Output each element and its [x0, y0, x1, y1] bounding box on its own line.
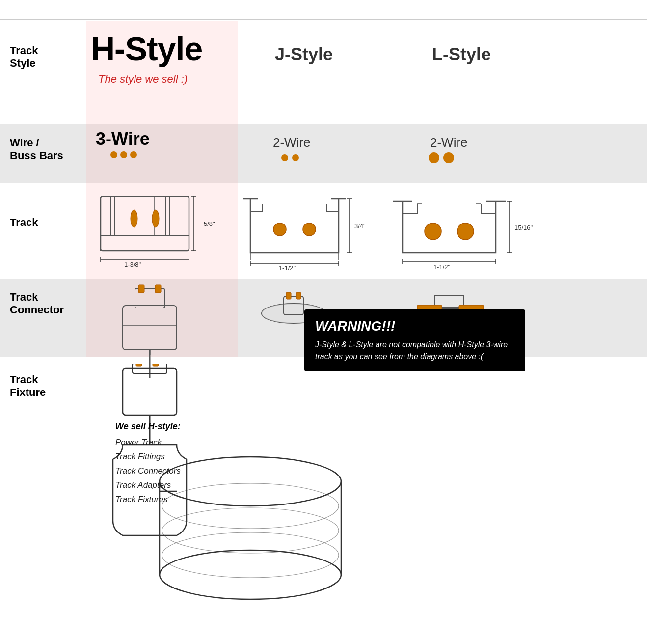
- svg-point-80: [162, 508, 339, 553]
- svg-point-6: [131, 210, 137, 227]
- warning-box: WARNING!!! J-Style & L-Style are not com…: [304, 309, 525, 371]
- svg-rect-72: [136, 364, 142, 366]
- h-style-subtitle: The style we sell :): [98, 73, 188, 85]
- j-dot-1: [281, 154, 288, 161]
- svg-text:1-1/2": 1-1/2": [433, 263, 451, 270]
- h-wire-label: 3-Wire: [96, 129, 150, 149]
- svg-text:3/4": 3/4": [354, 223, 366, 230]
- svg-rect-3: [101, 236, 189, 251]
- h-dot-1: [110, 151, 117, 158]
- l-wire-dots: [429, 152, 454, 163]
- page-container: TrackStyle Wire /Buss Bars Track TrackCo…: [0, 0, 647, 644]
- svg-point-7: [152, 210, 159, 227]
- label-track-fixture: TrackFixture: [10, 373, 46, 399]
- svg-rect-70: [123, 368, 177, 415]
- svg-rect-73: [153, 364, 159, 366]
- h-dot-2: [120, 151, 127, 158]
- h-style-title: H-Style: [91, 29, 202, 68]
- l-wire-label: 2-Wire: [430, 135, 468, 150]
- svg-rect-54: [138, 285, 144, 293]
- svg-rect-1: [110, 196, 114, 236]
- label-wire-buss: Wire /Buss Bars: [10, 137, 63, 163]
- label-track-style: TrackStyle: [10, 44, 38, 70]
- l-dot-1: [429, 152, 439, 163]
- sell-list: We sell H-style: Power Track Track Fitti…: [115, 421, 181, 506]
- j-wire-label: 2-Wire: [273, 135, 311, 150]
- svg-rect-2: [165, 196, 169, 236]
- label-track-connector: TrackConnector: [10, 291, 64, 317]
- h-track-diagram: 1-3/8" 5/8": [91, 187, 218, 270]
- svg-text:1-1/2": 1-1/2": [279, 264, 296, 270]
- h-connector-diagram: [103, 281, 201, 357]
- svg-rect-52: [123, 306, 177, 350]
- svg-point-42: [425, 223, 441, 240]
- svg-text:1-3/8": 1-3/8": [124, 261, 141, 268]
- l-style-title: L-Style: [432, 44, 491, 65]
- sell-list-item-5: Track Fixtures: [115, 493, 181, 507]
- sell-list-item-3: Track Connectors: [115, 464, 181, 478]
- svg-rect-64: [286, 292, 291, 299]
- svg-point-78: [160, 550, 341, 599]
- svg-rect-55: [155, 285, 161, 293]
- sell-list-item-4: Track Adapters: [115, 478, 181, 493]
- l-dot-2: [443, 152, 454, 163]
- svg-text:15/16": 15/16": [514, 224, 533, 231]
- svg-point-23: [303, 223, 316, 236]
- sell-list-title: We sell H-style:: [115, 421, 181, 432]
- j-wire-dots: [281, 154, 299, 161]
- warning-title: WARNING!!!: [315, 318, 514, 334]
- label-track: Track: [10, 216, 38, 229]
- svg-point-43: [457, 223, 474, 240]
- top-divider: [0, 19, 647, 20]
- h-dot-3: [130, 151, 137, 158]
- j-style-title: J-Style: [275, 44, 333, 65]
- warning-text: J-Style & L-Style are not compatible wit…: [315, 339, 514, 363]
- svg-text:5/8": 5/8": [204, 220, 215, 227]
- j-dot-2: [292, 154, 299, 161]
- svg-point-81: [162, 532, 339, 578]
- sell-list-items: Power Track Track Fittings Track Connect…: [115, 436, 181, 506]
- sell-list-item-1: Power Track: [115, 436, 181, 450]
- sell-list-item-2: Track Fittings: [115, 450, 181, 464]
- h-wire-dots: [110, 151, 137, 158]
- svg-rect-65: [296, 292, 301, 299]
- svg-point-22: [273, 223, 286, 236]
- j-track-diagram: 1-1/2" 3/4": [241, 189, 368, 272]
- l-track-diagram: 1-1/2" 15/16": [393, 189, 535, 272]
